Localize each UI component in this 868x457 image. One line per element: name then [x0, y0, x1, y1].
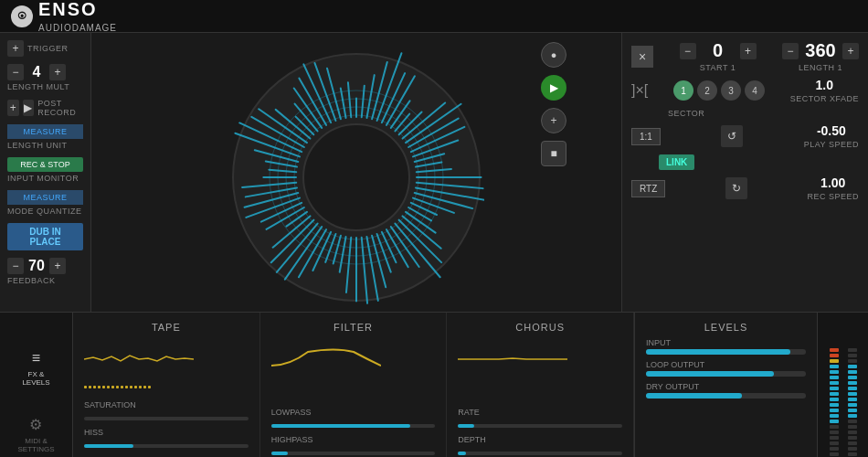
svg-rect-82	[102, 386, 105, 388]
highpass-slider[interactable]	[271, 452, 436, 455]
lowpass-slider[interactable]	[271, 424, 436, 428]
saturation-dots	[84, 384, 249, 393]
sector-xfade-label: SECTOR XFADE	[790, 94, 859, 103]
one-to-one-button[interactable]: 1:1	[631, 128, 661, 145]
mode-quantize-label: MODE QUANTIZE	[7, 207, 83, 216]
length-unit-label: LENGTH UNIT	[7, 141, 83, 150]
depth-slider[interactable]	[458, 452, 622, 455]
dub-in-place-button[interactable]: DUB IN PLACE	[7, 223, 83, 250]
length1-minus[interactable]: −	[782, 43, 799, 59]
bracket-icon: ]×[	[631, 82, 648, 99]
svg-rect-124	[848, 409, 857, 412]
app-logo: ⦿ ENSO AUDIODAMAGE	[11, 0, 117, 33]
rate-slider[interactable]	[458, 424, 622, 428]
start1-value: 0	[700, 40, 736, 61]
mode-quantize-button[interactable]: MEASURE	[7, 190, 83, 205]
filter-wave-svg	[271, 343, 381, 375]
svg-rect-111	[830, 447, 839, 451]
play-button[interactable]: ▶	[541, 75, 566, 101]
feedback-label: FEEDBACK	[7, 276, 83, 285]
filter-block: FILTER LOWPASS HIGHPASS	[260, 313, 448, 457]
trigger-plus-button[interactable]: +	[7, 40, 24, 57]
measure-group: MEASURE LENGTH UNIT	[7, 124, 83, 150]
hiss-label: HISS	[84, 428, 249, 437]
sector-btn-4[interactable]: 4	[745, 80, 765, 101]
record-button[interactable]: ●	[541, 42, 566, 68]
loop-output-fill	[646, 371, 774, 377]
feedback-group: − 70 + FEEDBACK	[7, 258, 83, 285]
length1-plus[interactable]: +	[842, 43, 859, 59]
rec-speed-label: REC SPEED	[807, 192, 859, 201]
x-button[interactable]: ×	[631, 46, 653, 68]
undo-button[interactable]: ↺	[721, 125, 743, 147]
length-mult-group: − 4 + LENGTH MULT	[7, 64, 83, 91]
midi-settings-nav[interactable]: ⚙ MIDI & SETTINGS	[12, 410, 59, 458]
start1-label: START 1	[700, 63, 736, 72]
sector-btn-2[interactable]: 2	[697, 80, 717, 101]
loop-output-label: LOOP OUTPUT	[646, 360, 806, 369]
mode-quantize-group: MEASURE MODE QUANTIZE	[7, 190, 83, 216]
rec-speed-group: 1.00 REC SPEED	[807, 175, 859, 201]
rtz-button[interactable]: RTZ	[631, 180, 665, 197]
depth-fill	[458, 452, 466, 455]
sector-btn-1[interactable]: 1	[673, 80, 693, 101]
visualizer	[228, 49, 484, 305]
svg-rect-115	[848, 359, 857, 363]
start-length-row: × − 0 + START 1 − 360 + LENGTH 1	[631, 40, 859, 72]
start1-plus[interactable]: +	[740, 43, 757, 59]
filter-title: FILTER	[271, 322, 436, 333]
post-record-play-button[interactable]: ▶	[23, 100, 35, 116]
svg-rect-93	[830, 348, 839, 352]
input-bar[interactable]	[646, 349, 806, 355]
levels-title: LEVELS	[646, 322, 806, 333]
measure-button[interactable]: MEASURE	[7, 124, 83, 139]
svg-rect-129	[848, 436, 857, 440]
link-button[interactable]: LINK	[659, 154, 694, 170]
svg-rect-87	[125, 386, 128, 388]
trigger-label: TRIGGER	[27, 44, 69, 53]
stop-square-button[interactable]: ■	[541, 141, 566, 166]
length-minus-button[interactable]: −	[7, 64, 24, 80]
length-plus-button[interactable]: +	[49, 64, 66, 80]
svg-rect-96	[830, 365, 839, 368]
highpass-fill	[271, 452, 288, 455]
feedback-plus-button[interactable]: +	[49, 258, 66, 274]
svg-rect-126	[848, 420, 857, 423]
vu-meters: IN	[827, 348, 860, 457]
start1-minus[interactable]: −	[680, 43, 696, 59]
svg-point-1	[303, 124, 409, 230]
play-speed-label: PLAY SPEED	[804, 140, 859, 149]
rec-stop-group: REC & STOP INPUT MONITOR	[7, 157, 83, 183]
sector-label: SECTOR	[668, 109, 704, 118]
rec-speed-value: 1.00	[815, 175, 852, 190]
loop-output-bar[interactable]	[646, 371, 806, 377]
svg-rect-112	[830, 452, 839, 456]
svg-rect-131	[848, 447, 857, 451]
app-header: ⦿ ENSO AUDIODAMAGE	[0, 0, 868, 33]
stop-button[interactable]: +	[541, 108, 566, 133]
chorus-title: CHORUS	[458, 322, 622, 333]
input-label: INPUT	[646, 338, 806, 347]
right-controls: × − 0 + START 1 − 360 + LENGTH 1 ]×[	[621, 33, 868, 312]
post-record-button[interactable]: +	[7, 100, 19, 116]
chorus-waveform	[458, 340, 622, 377]
filter-waveform	[271, 340, 436, 377]
dry-output-row: DRY OUTPUT	[646, 382, 806, 399]
fx-levels-nav[interactable]: ≡ FX & LEVELS	[16, 345, 55, 392]
redo-button[interactable]: ↻	[725, 177, 747, 199]
length-mult-label: LENGTH MULT	[7, 82, 83, 91]
dry-output-bar[interactable]	[646, 393, 806, 399]
saturation-slider[interactable]	[84, 417, 249, 420]
center-area: ● ▶ + ■	[91, 33, 621, 312]
svg-rect-116	[848, 365, 857, 368]
hiss-slider[interactable]	[84, 444, 249, 448]
svg-rect-106	[830, 420, 839, 423]
start1-group: − 0 + START 1	[680, 40, 757, 72]
rec-stop-button[interactable]: REC & STOP	[7, 157, 83, 172]
sector-btn-3[interactable]: 3	[721, 80, 741, 101]
length-mult-row: − 4 +	[7, 64, 83, 80]
feedback-minus-button[interactable]: −	[7, 258, 24, 274]
feedback-row: − 70 +	[7, 258, 83, 274]
trigger-row: + TRIGGER	[7, 40, 83, 57]
sector-xfade-value: 1.0	[806, 78, 842, 92]
